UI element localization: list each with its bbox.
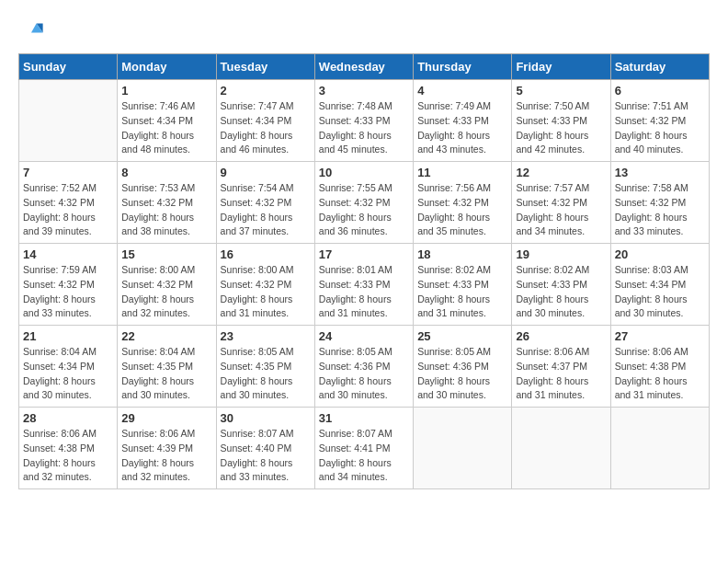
calendar-day-cell: 31 Sunrise: 8:07 AM Sunset: 4:41 PM Dayl… [314,408,413,489]
day-info: Sunrise: 8:01 AM Sunset: 4:33 PM Dayligh… [319,263,409,321]
sunset-text: Sunset: 4:32 PM [615,197,687,208]
day-info: Sunrise: 7:56 AM Sunset: 4:32 PM Dayligh… [417,181,507,239]
daylight-text: Daylight: 8 hours and 35 minutes. [417,212,490,237]
weekday-header: Saturday [610,54,709,80]
sunset-text: Sunset: 4:38 PM [23,442,95,454]
sunrise-text: Sunrise: 8:02 AM [417,264,491,275]
calendar-day-cell: 11 Sunrise: 7:56 AM Sunset: 4:32 PM Dayl… [414,162,512,244]
daylight-text: Daylight: 8 hours and 42 minutes. [516,130,588,155]
day-number: 16 [221,247,311,261]
calendar-day-cell: 23 Sunrise: 8:05 AM Sunset: 4:35 PM Dayl… [216,326,314,408]
calendar-day-cell [512,408,610,489]
sunset-text: Sunset: 4:34 PM [121,115,193,126]
calendar-day-cell: 4 Sunrise: 7:49 AM Sunset: 4:33 PM Dayli… [414,80,512,162]
sunrise-text: Sunrise: 7:58 AM [615,182,688,193]
daylight-text: Daylight: 8 hours and 45 minutes. [319,130,392,155]
calendar-day-cell: 19 Sunrise: 8:02 AM Sunset: 4:33 PM Dayl… [512,244,610,326]
sunset-text: Sunset: 4:34 PM [23,361,95,372]
sunset-text: Sunset: 4:37 PM [516,361,587,372]
sunset-text: Sunset: 4:36 PM [417,361,489,372]
daylight-text: Daylight: 8 hours and 30 minutes. [516,293,588,319]
day-info: Sunrise: 7:59 AM Sunset: 4:32 PM Dayligh… [23,263,113,321]
sunrise-text: Sunrise: 8:06 AM [615,346,688,357]
sunset-text: Sunset: 4:36 PM [319,361,391,372]
sunset-text: Sunset: 4:38 PM [615,361,687,372]
daylight-text: Daylight: 8 hours and 32 minutes. [121,293,194,319]
daylight-text: Daylight: 8 hours and 31 minutes. [319,293,392,319]
calendar-week-row: 1 Sunrise: 7:46 AM Sunset: 4:34 PM Dayli… [19,80,710,162]
day-info: Sunrise: 8:06 AM Sunset: 4:38 PM Dayligh… [23,427,113,485]
sunrise-text: Sunrise: 8:03 AM [615,264,688,275]
sunrise-text: Sunrise: 7:55 AM [319,182,392,193]
sunrise-text: Sunrise: 8:05 AM [221,346,294,357]
sunset-text: Sunset: 4:32 PM [417,197,489,208]
sunrise-text: Sunrise: 8:00 AM [221,264,294,275]
day-info: Sunrise: 7:55 AM Sunset: 4:32 PM Dayligh… [319,181,409,239]
calendar-day-cell: 30 Sunrise: 8:07 AM Sunset: 4:40 PM Dayl… [216,408,314,489]
sunset-text: Sunset: 4:41 PM [319,442,391,454]
sunset-text: Sunset: 4:32 PM [615,115,687,126]
calendar-day-cell: 10 Sunrise: 7:55 AM Sunset: 4:32 PM Dayl… [314,162,413,244]
day-number: 13 [615,166,705,179]
calendar-day-cell: 8 Sunrise: 7:53 AM Sunset: 4:32 PM Dayli… [118,162,216,244]
daylight-text: Daylight: 8 hours and 31 minutes. [221,293,293,319]
sunrise-text: Sunrise: 8:07 AM [221,428,294,439]
sunrise-text: Sunrise: 8:00 AM [121,264,195,275]
day-number: 24 [319,329,409,343]
day-info: Sunrise: 8:00 AM Sunset: 4:32 PM Dayligh… [221,263,311,321]
sunrise-text: Sunrise: 8:05 AM [417,346,491,357]
sunrise-text: Sunrise: 7:57 AM [516,182,589,193]
calendar-week-row: 28 Sunrise: 8:06 AM Sunset: 4:38 PM Dayl… [19,408,710,489]
day-info: Sunrise: 7:57 AM Sunset: 4:32 PM Dayligh… [516,181,606,239]
day-number: 7 [23,166,113,179]
day-info: Sunrise: 8:04 AM Sunset: 4:35 PM Dayligh… [121,345,211,403]
day-info: Sunrise: 8:03 AM Sunset: 4:34 PM Dayligh… [615,263,705,321]
sunrise-text: Sunrise: 8:07 AM [319,428,392,439]
daylight-text: Daylight: 8 hours and 36 minutes. [319,212,392,237]
daylight-text: Daylight: 8 hours and 32 minutes. [121,457,194,483]
day-info: Sunrise: 8:02 AM Sunset: 4:33 PM Dayligh… [516,263,606,321]
sunrise-text: Sunrise: 8:02 AM [516,264,589,275]
sunset-text: Sunset: 4:35 PM [221,361,292,372]
calendar-header-row: SundayMondayTuesdayWednesdayThursdayFrid… [19,54,710,80]
day-info: Sunrise: 7:58 AM Sunset: 4:32 PM Dayligh… [615,181,705,239]
sunrise-text: Sunrise: 7:48 AM [319,100,392,111]
calendar-day-cell: 9 Sunrise: 7:54 AM Sunset: 4:32 PM Dayli… [216,162,314,244]
day-number: 21 [23,329,113,343]
sunrise-text: Sunrise: 8:04 AM [23,346,97,357]
sunrise-text: Sunrise: 8:06 AM [121,428,195,439]
sunrise-text: Sunrise: 7:56 AM [417,182,491,193]
calendar-day-cell: 18 Sunrise: 8:02 AM Sunset: 4:33 PM Dayl… [414,244,512,326]
calendar-day-cell: 24 Sunrise: 8:05 AM Sunset: 4:36 PM Dayl… [314,326,413,408]
daylight-text: Daylight: 8 hours and 40 minutes. [615,130,688,155]
day-info: Sunrise: 7:51 AM Sunset: 4:32 PM Dayligh… [615,99,705,157]
day-info: Sunrise: 7:49 AM Sunset: 4:33 PM Dayligh… [417,99,507,157]
page-header [18,18,710,44]
daylight-text: Daylight: 8 hours and 31 minutes. [417,293,490,319]
calendar-day-cell: 2 Sunrise: 7:47 AM Sunset: 4:34 PM Dayli… [216,80,314,162]
logo [18,18,48,44]
day-info: Sunrise: 7:47 AM Sunset: 4:34 PM Dayligh… [221,99,311,157]
day-number: 18 [417,247,507,261]
sunset-text: Sunset: 4:32 PM [121,279,193,290]
sunset-text: Sunset: 4:39 PM [121,442,193,454]
calendar-day-cell: 26 Sunrise: 8:06 AM Sunset: 4:37 PM Dayl… [512,326,610,408]
daylight-text: Daylight: 8 hours and 30 minutes. [121,375,194,401]
sunrise-text: Sunrise: 7:53 AM [121,182,195,193]
weekday-header: Friday [512,54,610,80]
sunrise-text: Sunrise: 7:59 AM [23,264,97,275]
logo-icon [18,18,44,44]
daylight-text: Daylight: 8 hours and 32 minutes. [23,457,96,483]
calendar-day-cell: 5 Sunrise: 7:50 AM Sunset: 4:33 PM Dayli… [512,80,610,162]
weekday-header: Sunday [19,54,118,80]
calendar-day-cell [610,408,709,489]
day-number: 27 [615,329,705,343]
calendar-day-cell [19,80,118,162]
calendar-day-cell: 29 Sunrise: 8:06 AM Sunset: 4:39 PM Dayl… [118,408,216,489]
day-number: 3 [319,84,409,98]
day-info: Sunrise: 7:54 AM Sunset: 4:32 PM Dayligh… [221,181,311,239]
calendar-day-cell: 21 Sunrise: 8:04 AM Sunset: 4:34 PM Dayl… [19,326,118,408]
day-number: 30 [221,411,311,425]
daylight-text: Daylight: 8 hours and 33 minutes. [23,293,96,319]
day-number: 26 [516,329,606,343]
